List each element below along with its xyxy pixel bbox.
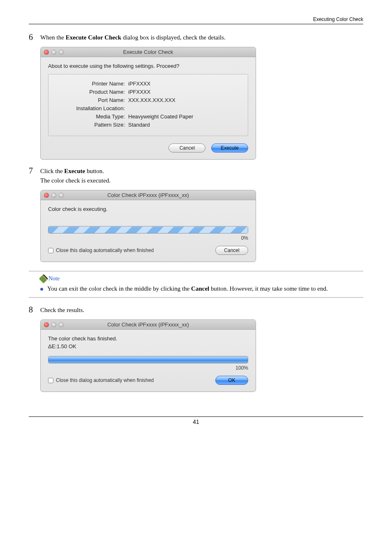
note-label: Note [48,275,60,282]
minimize-window-icon [51,193,56,198]
auto-close-checkbox[interactable]: Close this dialog automatically when fin… [48,377,154,383]
note-item: You can exit the color check in the midd… [40,285,363,292]
value-pattern-size: Standard [128,122,242,128]
execute-button[interactable]: Execute [211,143,248,153]
page-number: 41 [29,416,363,425]
divider [29,271,363,271]
note-text-bold: Cancel [191,285,209,292]
zoom-window-icon [59,322,64,327]
divider [29,297,363,298]
close-window-icon[interactable] [44,193,49,198]
step-7: 7 Click the Execute button. The color ch… [29,166,363,262]
note-heading: Note [40,275,363,282]
step-8: 8 Check the results. Color Check iPFxxxx… [29,305,363,392]
bullet-icon [40,288,43,291]
label-port-name: Port Name: [54,97,128,103]
auto-close-checkbox-input[interactable] [48,248,53,253]
color-check-finished-dialog: Color Check iPFxxxx (iPFxxxx_xx) The col… [40,319,256,392]
dialog-titlebar: Color Check iPFxxxx (iPFxxxx_xx) [41,320,256,330]
zoom-window-icon [59,50,64,55]
execute-color-check-dialog: Execute Color Check About to execute usi… [40,47,256,160]
auto-close-checkbox[interactable]: Close this dialog automatically when fin… [48,247,154,253]
dialog-title: Color Check iPFxxxx (iPFxxxx_xx) [41,192,256,198]
page-header-section: Executing Color Check [29,16,363,24]
step-6: 6 When the Execute Color Check dialog bo… [29,32,363,160]
step-number: 8 [29,305,40,316]
step6-text-post: dialog box is displayed, check the detai… [121,34,226,41]
minimize-window-icon [51,322,56,327]
note-text-pre: You can exit the color check in the midd… [47,285,191,292]
step-number: 6 [29,32,40,44]
ok-button[interactable]: OK [215,376,248,385]
label-pattern-size: Pattern Size: [54,122,128,128]
step6-text-pre: When the [40,34,66,41]
result-value: ΔE:1.50 OK [48,343,248,349]
value-media-type: Heavyweight Coated Paper [128,113,242,120]
step7-line1-bold: Execute [64,168,85,174]
progress-percent: 0% [48,235,248,241]
cancel-button[interactable]: Cancel [168,143,205,153]
dialog-prompt: About to execute using the following set… [48,63,248,69]
status-message: The color check has finished. [48,335,248,342]
cancel-button[interactable]: Cancel [215,246,248,255]
value-install-location [128,105,242,111]
progress-bar [48,226,248,234]
step7-line1-post: button. [85,168,104,174]
auto-close-label: Close this dialog automatically when fin… [56,247,154,253]
value-port-name: XXX.XXX.XXX.XXX [128,97,242,103]
label-printer-name: Printer Name: [54,81,128,87]
auto-close-checkbox-input[interactable] [48,378,53,383]
settings-panel: Printer Name:iPFXXXX Product Name:iPFXXX… [48,74,248,136]
minimize-window-icon [51,50,56,55]
progress-percent: 100% [48,365,248,371]
label-product-name: Product Name: [54,89,128,95]
step7-line2: The color check is executed. [40,177,363,184]
window-traffic-lights [41,50,64,55]
note-text-post: button. However, it may take some time t… [209,285,328,292]
label-install-location: Installation Location: [54,105,128,111]
dialog-title: Execute Color Check [41,49,256,55]
step8-text: Check the results. [40,307,363,314]
step6-text-bold: Execute Color Check [66,34,122,41]
window-traffic-lights [41,193,64,198]
dialog-title: Color Check iPFxxxx (iPFxxxx_xx) [41,321,256,328]
window-traffic-lights [41,322,64,327]
pencil-icon [39,274,48,284]
zoom-window-icon [59,193,64,198]
progress-bar [48,356,248,363]
status-message: Color check is executing. [48,206,248,212]
dialog-titlebar: Color Check iPFxxxx (iPFxxxx_xx) [41,190,256,200]
auto-close-label: Close this dialog automatically when fin… [56,377,154,383]
dialog-titlebar: Execute Color Check [41,47,256,57]
label-media-type: Media Type: [54,113,128,120]
close-window-icon[interactable] [44,322,49,327]
step-number: 7 [29,166,40,187]
color-check-executing-dialog: Color Check iPFxxxx (iPFxxxx_xx) Color c… [40,190,256,262]
value-product-name: iPFXXXX [128,89,242,95]
close-window-icon[interactable] [44,50,49,55]
value-printer-name: iPFXXXX [128,81,242,87]
step7-line1-pre: Click the [40,168,64,174]
